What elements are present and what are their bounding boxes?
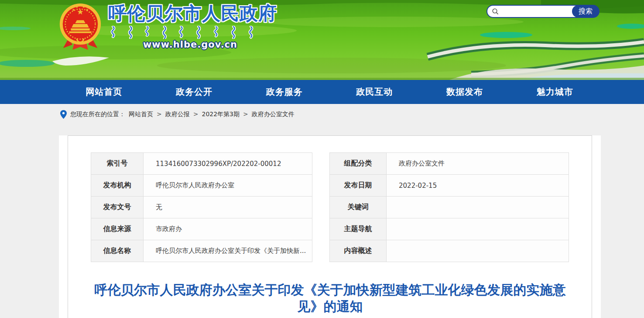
field-value: 市政府办 <box>144 218 312 240</box>
field-label: 组配分类 <box>330 153 387 175</box>
field-label: 发布机构 <box>91 175 144 197</box>
national-emblem-icon <box>58 3 103 51</box>
field-label: 发布日期 <box>330 175 387 197</box>
table-row: 信息名称呼伦贝尔市人民政府办公室关于印发《关于加快新... <box>91 240 312 262</box>
field-label: 主题导航 <box>330 218 387 240</box>
table-row: 索引号1134160073302996XP/202202-00012 <box>91 153 312 175</box>
article-title: 呼伦贝尔市人民政府办公室关于印发《关于加快新型建筑工业化绿色发展的实施意见》的通… <box>91 282 569 315</box>
table-row: 内容概述 <box>330 240 569 262</box>
nav-item-4[interactable]: 政民互动 <box>329 86 420 98</box>
search-icon <box>492 8 499 15</box>
table-row: 发布机构呼伦贝尔市人民政府办公室 <box>91 175 312 197</box>
main-nav: 网站首页政务公开政务服务政民互动数据发布魅力城市 <box>59 86 600 98</box>
table-row: 关键词 <box>330 197 569 218</box>
site-logo[interactable]: 呼伦贝尔市人民政府 <box>58 3 277 51</box>
field-value <box>387 240 569 262</box>
nav-item-3[interactable]: 政务服务 <box>239 86 329 98</box>
breadcrumb-item-4[interactable]: 政府办公室文件 <box>252 111 295 118</box>
location-pin-icon <box>60 110 67 119</box>
breadcrumb-trail: 网站首页>政府公报>2022年第3期>政府办公室文件 <box>129 111 295 118</box>
field-value: 1134160073302996XP/202202-00012 <box>144 153 312 175</box>
nav-item-6[interactable]: 魅力城市 <box>510 86 600 98</box>
search-input[interactable] <box>502 7 572 16</box>
field-label: 信息来源 <box>91 218 144 240</box>
meta-table-right: 组配分类政府办公室文件发布日期2022-02-15关键词主题导航内容概述 <box>329 152 569 262</box>
nav-item-5[interactable]: 数据发布 <box>420 86 510 98</box>
field-value: 无 <box>144 197 312 218</box>
field-value <box>387 218 569 240</box>
meta-table-left: 索引号1134160073302996XP/202202-00012发布机构呼伦… <box>91 152 312 262</box>
search-bar: 搜索 <box>486 5 599 18</box>
field-label: 内容概述 <box>330 240 387 262</box>
nav-item-2[interactable]: 政务公开 <box>149 86 240 98</box>
field-value: 呼伦贝尔市人民政府办公室关于印发《关于加快新... <box>144 240 312 262</box>
field-label: 关键词 <box>330 197 387 218</box>
table-row: 主题导航 <box>330 218 569 240</box>
document-meta: 索引号1134160073302996XP/202202-00012发布机构呼伦… <box>91 152 569 262</box>
nav-item-1[interactable]: 网站首页 <box>59 86 149 98</box>
breadcrumb-prefix: 您现在所在的位置： <box>70 111 125 118</box>
document-panel: 索引号1134160073302996XP/202202-00012发布机构呼伦… <box>68 135 592 318</box>
content-card: 索引号1134160073302996XP/202202-00012发布机构呼伦… <box>59 135 601 318</box>
site-banner: 呼伦贝尔市人民政府 <box>0 0 644 80</box>
field-value: 呼伦贝尔市人民政府办公室 <box>144 175 312 197</box>
breadcrumb-separator: > <box>243 111 248 118</box>
breadcrumb: 您现在所在的位置： 网站首页>政府公报>2022年第3期>政府办公室文件 <box>0 104 644 124</box>
breadcrumb-item-1[interactable]: 网站首页 <box>129 111 153 118</box>
field-label: 发布文号 <box>91 197 144 218</box>
field-value <box>387 197 569 218</box>
site-title: 呼伦贝尔市人民政府 <box>108 3 277 24</box>
breadcrumb-separator: > <box>157 111 162 118</box>
field-value: 政府办公室文件 <box>387 153 569 175</box>
table-row: 发布日期2022-02-15 <box>330 175 569 197</box>
table-row: 发布文号无 <box>91 197 312 218</box>
table-row: 组配分类政府办公室文件 <box>330 153 569 175</box>
breadcrumb-item-3[interactable]: 2022年第3期 <box>202 111 240 118</box>
site-url: www.hlbe.gov.cn <box>108 39 272 50</box>
main-nav-bar: 网站首页政务公开政务服务政民互动数据发布魅力城市 <box>0 80 644 104</box>
breadcrumb-item-2[interactable]: 政府公报 <box>165 111 190 118</box>
field-value: 2022-02-15 <box>387 175 569 197</box>
logo-text-block: 呼伦贝尔市人民政府 <box>108 3 277 50</box>
search-button[interactable]: 搜索 <box>572 5 599 17</box>
mongolian-script <box>110 26 267 39</box>
field-label: 索引号 <box>91 153 144 175</box>
field-label: 信息名称 <box>91 240 144 262</box>
table-row: 信息来源市政府办 <box>91 218 312 240</box>
breadcrumb-separator: > <box>193 111 199 118</box>
